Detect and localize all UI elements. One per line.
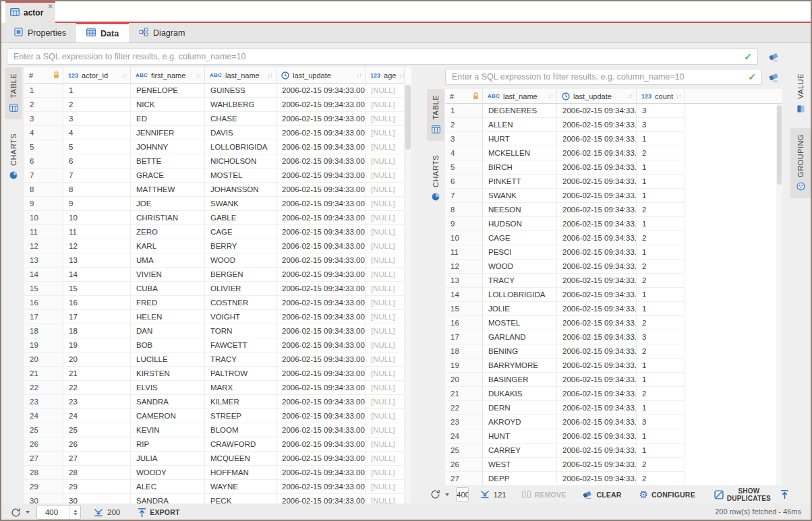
cell[interactable]: 2006-02-15 09:34:33.000 bbox=[557, 458, 637, 472]
cell[interactable]: AKROYD bbox=[483, 415, 557, 429]
cell[interactable]: SANDRA bbox=[131, 494, 205, 503]
cell[interactable]: 1 bbox=[637, 132, 685, 146]
row-number[interactable]: 4 bbox=[24, 126, 63, 140]
row-number[interactable]: 14 bbox=[445, 288, 483, 302]
row-number[interactable]: 23 bbox=[445, 415, 483, 429]
cell[interactable]: CARREY bbox=[483, 443, 557, 458]
cell[interactable]: DUKAKIS bbox=[483, 387, 557, 401]
cell[interactable]: 2006-02-15 09:34:33.000 bbox=[557, 443, 637, 458]
cell[interactable]: 2 bbox=[637, 387, 685, 401]
cell[interactable]: 2006-02-15 09:34:33.000 bbox=[277, 282, 366, 296]
cell[interactable]: 1 bbox=[637, 217, 685, 231]
cell[interactable]: NICHOLSON bbox=[205, 154, 277, 168]
cell[interactable]: 17 bbox=[63, 310, 131, 324]
cell[interactable]: 2006-02-15 09:34:33.000 bbox=[277, 409, 366, 423]
cell[interactable]: 2006-02-15 09:34:33.000 bbox=[277, 324, 366, 338]
sort-icons[interactable]: ↓↑ bbox=[396, 71, 404, 79]
cell[interactable]: 2006-02-15 09:34:33.000 bbox=[557, 472, 637, 485]
cell[interactable]: 1 bbox=[637, 302, 685, 316]
cell[interactable]: 4 bbox=[63, 126, 131, 140]
cell[interactable]: 3 bbox=[637, 118, 685, 132]
fetch-size-value[interactable]: 400 bbox=[37, 505, 66, 519]
refresh-button[interactable] bbox=[11, 508, 30, 518]
cell[interactable]: 2006-02-15 09:34:33.000 bbox=[277, 197, 366, 211]
cell[interactable]: 2006-02-15 09:34:33.000 bbox=[277, 423, 366, 437]
cell[interactable]: [NULL] bbox=[366, 268, 405, 282]
grouping-clear-filter-icon[interactable] bbox=[766, 70, 781, 84]
cell[interactable]: 2006-02-15 09:34:33.000 bbox=[277, 126, 366, 140]
cell[interactable]: 25 bbox=[63, 423, 131, 437]
cell[interactable]: BETTE bbox=[131, 154, 205, 168]
stepper-arrows[interactable] bbox=[69, 505, 80, 519]
row-number[interactable]: 7 bbox=[24, 168, 63, 183]
cell[interactable]: 2 bbox=[637, 203, 685, 217]
row-number[interactable]: 9 bbox=[445, 217, 483, 231]
cell[interactable]: 1 bbox=[637, 359, 685, 373]
cell[interactable]: 2006-02-15 09:34:33.000 bbox=[277, 296, 366, 310]
cell[interactable]: 1 bbox=[63, 84, 131, 98]
row-number[interactable]: 22 bbox=[445, 401, 483, 415]
fetch-segment-button[interactable]: 121 bbox=[480, 490, 506, 499]
cell[interactable]: 2006-02-15 09:34:33.000 bbox=[277, 437, 366, 452]
cell[interactable]: [NULL] bbox=[366, 353, 405, 367]
cell[interactable]: 2 bbox=[637, 458, 685, 472]
cell[interactable]: SWANK bbox=[205, 197, 277, 211]
cell[interactable]: TRACY bbox=[205, 353, 277, 367]
row-number[interactable]: 1 bbox=[445, 104, 483, 118]
fetch-size-stepper[interactable]: 400 bbox=[456, 487, 469, 502]
cell[interactable]: [NULL] bbox=[366, 197, 405, 211]
cell[interactable]: UMA bbox=[131, 253, 205, 268]
cell[interactable]: 2006-02-15 09:34:33.000 bbox=[557, 259, 637, 274]
cell[interactable]: 2006-02-15 09:34:33.000 bbox=[277, 211, 366, 225]
cell[interactable]: 2 bbox=[637, 231, 685, 245]
cell[interactable]: ELVIS bbox=[131, 381, 205, 395]
column-header-rownum[interactable]: # bbox=[24, 67, 63, 84]
cell[interactable]: SANDRA bbox=[131, 395, 205, 409]
cell[interactable]: [NULL] bbox=[366, 140, 405, 154]
cell[interactable]: 3 bbox=[637, 415, 685, 429]
cell[interactable]: BOB bbox=[131, 338, 205, 353]
cell[interactable]: STREEP bbox=[205, 409, 277, 423]
row-number[interactable]: 3 bbox=[445, 132, 483, 146]
cell[interactable]: 2006-02-15 09:34:33.000 bbox=[277, 310, 366, 324]
cell[interactable]: 2 bbox=[637, 344, 685, 359]
cell[interactable]: 2006-02-15 09:34:33.000 bbox=[277, 381, 366, 395]
grouping-side-tab-table[interactable]: TABLE bbox=[427, 89, 444, 141]
apply-filter-icon[interactable]: ✓ bbox=[744, 51, 752, 62]
row-number[interactable]: 24 bbox=[445, 429, 483, 443]
sort-icons[interactable]: ↓↑ bbox=[625, 92, 633, 100]
row-number[interactable]: 2 bbox=[445, 118, 483, 132]
cell[interactable]: 10 bbox=[63, 211, 131, 225]
row-number[interactable]: 23 bbox=[24, 395, 63, 409]
cell[interactable]: 2 bbox=[637, 146, 685, 160]
row-number[interactable]: 1 bbox=[24, 84, 63, 98]
column-header-first_name[interactable]: ABCfirst_name↓↑ bbox=[131, 67, 205, 84]
cell[interactable]: DEPP bbox=[483, 472, 557, 485]
cell[interactable]: SWANK bbox=[483, 189, 557, 203]
grouping-grid-scrollbar[interactable] bbox=[776, 104, 782, 485]
cell[interactable]: CAMERON bbox=[131, 409, 205, 423]
cell[interactable]: 2006-02-15 09:34:33.000 bbox=[277, 466, 366, 480]
cell[interactable]: BIRCH bbox=[483, 160, 557, 175]
cell[interactable]: CAGE bbox=[483, 231, 557, 245]
cell[interactable]: 2006-02-15 09:34:33.000 bbox=[557, 330, 637, 344]
cell[interactable]: 2006-02-15 09:34:33.000 bbox=[277, 112, 366, 126]
row-number[interactable]: 17 bbox=[24, 310, 63, 324]
row-number[interactable]: 20 bbox=[445, 373, 483, 387]
cell[interactable]: [NULL] bbox=[366, 381, 405, 395]
cell[interactable]: ALLEN bbox=[483, 118, 557, 132]
cell[interactable]: 2006-02-15 09:34:33.000 bbox=[557, 146, 637, 160]
cell[interactable]: [NULL] bbox=[366, 423, 405, 437]
row-number[interactable]: 18 bbox=[24, 324, 63, 338]
cell[interactable]: 29 bbox=[63, 480, 131, 494]
cell[interactable]: 2 bbox=[637, 259, 685, 274]
column-header-age[interactable]: 123age↓↑ bbox=[366, 67, 405, 84]
cell[interactable]: 2006-02-15 09:34:33.000 bbox=[277, 253, 366, 268]
cell[interactable]: 2006-02-15 09:34:33.000 bbox=[557, 189, 637, 203]
row-number[interactable]: 26 bbox=[445, 458, 483, 472]
cell[interactable]: [NULL] bbox=[366, 367, 405, 381]
cell[interactable]: 1 bbox=[637, 160, 685, 175]
cell[interactable]: OLIVIER bbox=[205, 282, 277, 296]
cell[interactable]: [NULL] bbox=[366, 296, 405, 310]
cell[interactable]: 2 bbox=[637, 316, 685, 330]
